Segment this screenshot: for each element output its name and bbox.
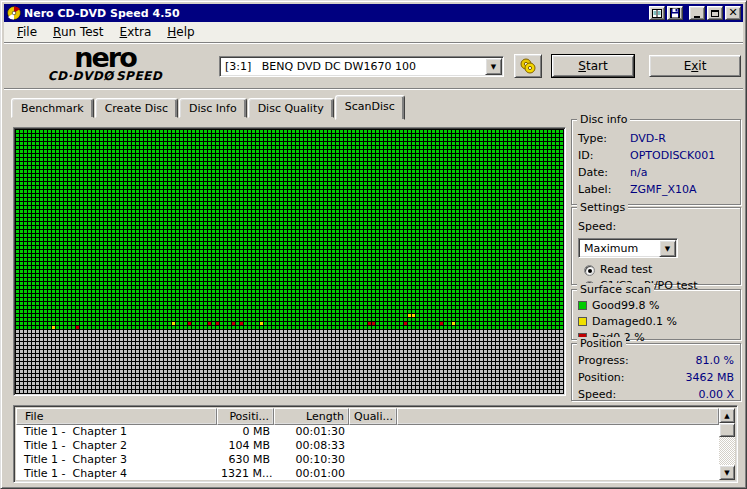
position-row: Position:3462 MB [578, 369, 734, 386]
settings-legend: Settings [577, 201, 628, 214]
nero-logo-text: nero [30, 46, 180, 70]
speed-value: 0.00 X [630, 386, 734, 403]
cdtvd-speed-logo-text: CD·DVDØSPEED [30, 70, 180, 83]
minimize-button[interactable] [689, 6, 705, 20]
file-table-header: File Positi... Length Quali... [16, 408, 719, 425]
app-window: Nero CD-DVD Speed 4.50 ✕ File [0, 0, 747, 489]
chevron-down-icon: ▼ [665, 245, 670, 253]
discs-icon [519, 58, 537, 74]
maximize-icon [711, 10, 719, 17]
floppy-disk-icon [670, 8, 680, 18]
table-row[interactable]: Title 1 - Chapter 3630 MB00:10:30 [16, 453, 719, 467]
menu-file[interactable]: File [9, 23, 45, 41]
menu-help[interactable]: Help [159, 23, 202, 41]
drive-select[interactable]: [3:1] BENQ DVD DC DW1670 100 ▼ [219, 56, 504, 77]
drive-select-dropdown-button[interactable]: ▼ [485, 58, 502, 75]
speed-select-value: Maximum [579, 239, 658, 257]
header-quality[interactable]: Quali... [349, 408, 397, 425]
good-swatch [578, 301, 587, 310]
progress-row: Progress:81.0 % [578, 352, 734, 369]
disc-type-row: Type:DVD-R [578, 130, 734, 147]
table-row[interactable]: Title 1 - Chapter 10 MB00:01:30 [16, 425, 719, 439]
position-value: 3462 MB [630, 369, 734, 386]
tab-disc-info[interactable]: Disc Info [179, 98, 247, 118]
menu-extra[interactable]: Extra [112, 23, 160, 41]
tab-scandisc[interactable]: ScanDisc [335, 95, 405, 120]
disc-info-group: Disc info Type:DVD-R ID:OPTODISCK001 Dat… [571, 119, 741, 205]
report-button[interactable] [649, 6, 665, 20]
window-title: Nero CD-DVD Speed 4.50 [24, 7, 647, 20]
tabstrip: Benchmark Create Disc Disc Info Disc Qua… [11, 93, 743, 118]
save-button[interactable] [667, 6, 683, 20]
speed-select[interactable]: Maximum ▼ [578, 238, 678, 258]
app-disc-icon [7, 6, 21, 20]
scroll-up-button[interactable]: ▲ [719, 408, 735, 423]
chevron-down-icon: ▼ [491, 63, 496, 71]
scrollbar-thumb[interactable] [719, 423, 735, 437]
surface-scan-legend: Surface scan [577, 283, 654, 296]
read-test-radio-row[interactable]: Read test [578, 262, 734, 278]
start-button[interactable]: Start [552, 55, 634, 77]
arrow-down-icon: ▼ [724, 469, 729, 477]
disc-label-row: Label:ZGMF_X10A [578, 181, 734, 198]
good-percent: 99.8 % [621, 298, 659, 314]
menu-run-test[interactable]: Run Test [45, 23, 111, 41]
arrow-up-icon: ▲ [724, 412, 729, 420]
titlebar: Nero CD-DVD Speed 4.50 ✕ [4, 4, 743, 22]
read-test-label: Read test [600, 262, 652, 278]
tab-disc-quality[interactable]: Disc Quality [248, 98, 334, 118]
tab-benchmark[interactable]: Benchmark [11, 98, 94, 118]
drive-select-value: [3:1] BENQ DVD DC DW1670 100 [220, 57, 484, 76]
nero-logo: nero CD·DVDØSPEED [30, 46, 180, 83]
menubar: File Run Test Extra Help [4, 22, 743, 43]
disc-id-value: OPTODISCK001 [630, 147, 715, 164]
eject-disc-button[interactable] [514, 54, 542, 78]
good-row: Good99.8 % [578, 298, 734, 314]
close-button[interactable]: ✕ [725, 6, 741, 20]
book-icon [652, 9, 662, 18]
maximize-button[interactable] [707, 6, 723, 20]
header-length[interactable]: Length [274, 408, 349, 425]
scroll-down-button[interactable]: ▼ [719, 465, 735, 480]
scan-grid-canvas [15, 129, 564, 394]
scan-surface-panel [13, 127, 566, 396]
disc-label-value: ZGMF_X10A [630, 181, 696, 198]
speed-row: Speed:0.00 X [578, 386, 734, 403]
disc-date-row: Date:n/a [578, 164, 734, 181]
header-filler [397, 408, 719, 425]
progress-value: 81.0 % [630, 352, 734, 369]
disc-id-row: ID:OPTODISCK001 [578, 147, 734, 164]
table-row[interactable]: Title 1 - Chapter 2104 MB00:08:33 [16, 439, 719, 453]
read-test-radio[interactable] [584, 265, 595, 276]
file-table: File Positi... Length Quali... Title 1 -… [16, 408, 719, 480]
position-legend: Position [577, 337, 626, 350]
header-position[interactable]: Positi... [217, 408, 274, 425]
minimize-icon [694, 16, 700, 18]
exit-button[interactable]: Exit [649, 55, 741, 77]
header-file[interactable]: File [16, 408, 217, 425]
close-icon: ✕ [728, 7, 737, 18]
logo-disc-glyph: Ø [102, 70, 117, 83]
speed-select-dropdown-button[interactable]: ▼ [659, 240, 676, 257]
disc-date-value: n/a [630, 164, 647, 181]
toolbar: nero CD·DVDØSPEED [3:1] BENQ DVD DC DW16… [4, 44, 743, 89]
damaged-percent: 0.1 % [645, 314, 676, 330]
settings-group: Settings Speed: Maximum ▼ Read test C1/C… [571, 207, 741, 285]
disc-type-value: DVD-R [630, 130, 666, 147]
position-group: Position Progress:81.0 % Position:3462 M… [571, 343, 741, 401]
file-table-panel: File Positi... Length Quali... Title 1 -… [13, 405, 738, 483]
table-scrollbar[interactable]: ▲ ▼ [719, 408, 735, 480]
damaged-swatch [578, 317, 587, 326]
table-row[interactable]: Title 1 - Chapter 41321 M...00:01:00 [16, 467, 719, 480]
tab-create-disc[interactable]: Create Disc [95, 98, 178, 118]
speed-label: Speed: [578, 218, 734, 235]
surface-scan-group: Surface scan Good99.8 % Damaged0.1 % Bad… [571, 289, 741, 340]
disc-info-legend: Disc info [577, 113, 630, 126]
damaged-row: Damaged0.1 % [578, 314, 734, 330]
